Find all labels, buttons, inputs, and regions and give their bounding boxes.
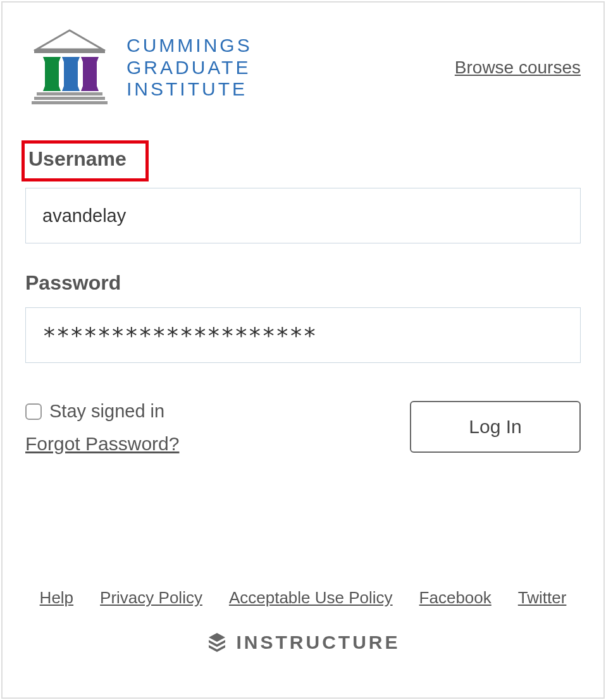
password-label: Password — [25, 269, 127, 298]
svg-rect-2 — [37, 92, 102, 95]
login-form: Username Password ******************** S… — [25, 140, 581, 455]
stay-signed-label: Stay signed in — [49, 401, 164, 422]
browse-courses-link[interactable]: Browse courses — [455, 58, 581, 78]
footer-help-link[interactable]: Help — [40, 588, 73, 608]
logo-line-3: INSTITUTE — [127, 78, 252, 101]
login-card: CUMMINGS GRADUATE INSTITUTE Browse cours… — [1, 1, 605, 699]
login-button[interactable]: Log In — [410, 401, 581, 453]
footer-twitter-link[interactable]: Twitter — [518, 588, 567, 608]
stay-signed-row[interactable]: Stay signed in — [25, 401, 179, 422]
logo: CUMMINGS GRADUATE INSTITUTE — [25, 27, 252, 109]
username-input[interactable] — [25, 188, 581, 243]
instructure-logo-icon — [206, 632, 228, 653]
username-group: Username — [25, 140, 581, 243]
footer-facebook-link[interactable]: Facebook — [419, 588, 492, 608]
institution-logo-icon — [25, 27, 114, 109]
form-actions: Stay signed in Forgot Password? Log In — [25, 401, 581, 455]
footer-links: Help Privacy Policy Acceptable Use Polic… — [3, 588, 603, 608]
instructure-label: INSTRUCTURE — [237, 632, 400, 653]
svg-marker-5 — [209, 633, 225, 642]
header: CUMMINGS GRADUATE INSTITUTE Browse cours… — [25, 27, 581, 109]
svg-rect-4 — [32, 101, 108, 104]
svg-marker-0 — [37, 30, 102, 49]
password-group: Password ******************** — [25, 269, 581, 363]
instructure-brand: INSTRUCTURE — [3, 632, 603, 653]
footer-privacy-link[interactable]: Privacy Policy — [100, 588, 202, 608]
logo-line-1: CUMMINGS — [127, 35, 252, 57]
logo-line-2: GRADUATE — [127, 57, 252, 79]
password-input[interactable]: ******************** — [25, 307, 581, 363]
footer-aup-link[interactable]: Acceptable Use Policy — [229, 588, 393, 608]
username-label-highlight: Username — [22, 140, 149, 181]
footer: Help Privacy Policy Acceptable Use Polic… — [3, 588, 603, 653]
svg-rect-3 — [34, 97, 105, 100]
username-label: Username — [27, 145, 133, 175]
svg-rect-1 — [34, 49, 105, 53]
left-actions: Stay signed in Forgot Password? — [25, 401, 179, 455]
logo-text: CUMMINGS GRADUATE INSTITUTE — [127, 35, 252, 101]
stay-signed-checkbox[interactable] — [25, 403, 42, 420]
forgot-password-link[interactable]: Forgot Password? — [25, 433, 179, 455]
